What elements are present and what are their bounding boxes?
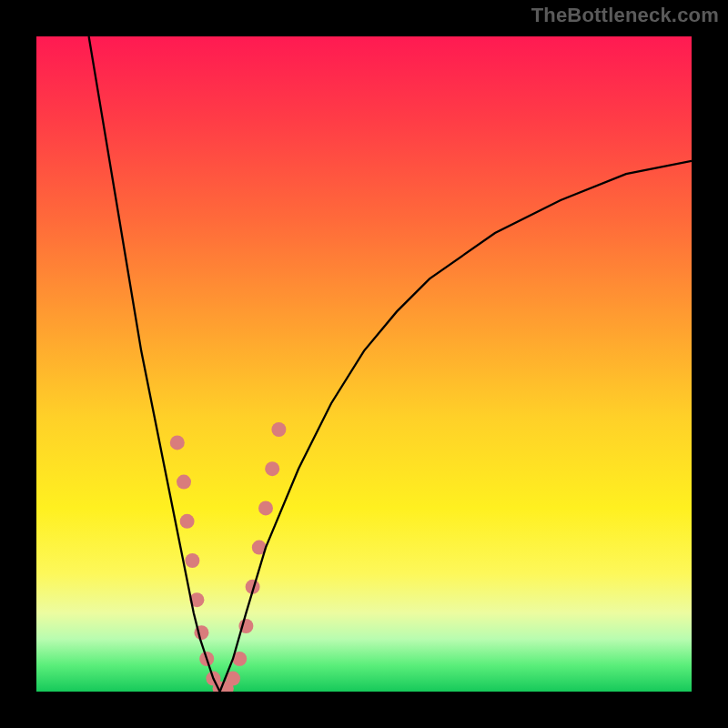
- highlight-dot: [265, 461, 279, 476]
- highlight-dot: [177, 475, 191, 490]
- highlight-dot: [185, 553, 199, 568]
- left-curve: [89, 36, 220, 692]
- right-curve: [220, 161, 692, 692]
- highlight-dots: [170, 422, 287, 692]
- watermark-text: TheBottleneck.com: [531, 4, 719, 27]
- highlight-dot: [170, 435, 185, 450]
- highlight-dot: [271, 422, 286, 437]
- plot-area: [36, 36, 692, 692]
- highlight-dot: [258, 500, 273, 515]
- highlight-dot: [180, 514, 195, 529]
- curve-layer: [36, 36, 692, 692]
- chart-frame: TheBottleneck.com: [0, 0, 728, 728]
